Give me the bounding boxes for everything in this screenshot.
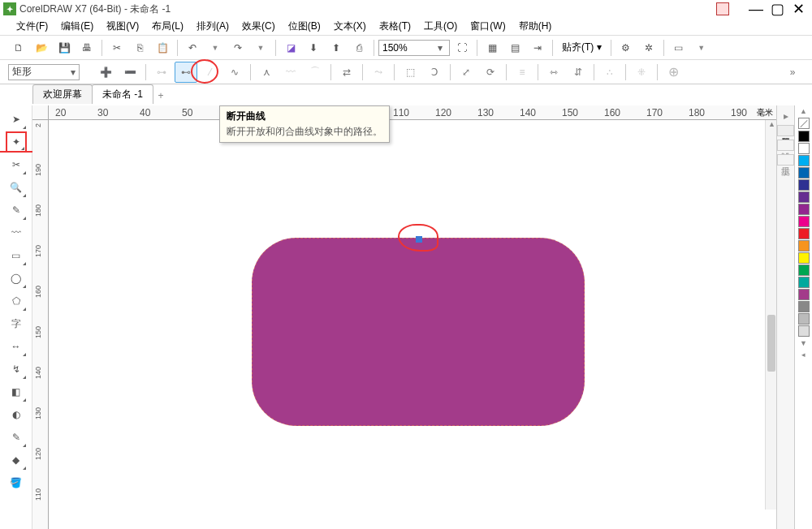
launch-icon[interactable]: ✲ (638, 37, 659, 58)
menu-view[interactable]: 视图(V) (102, 18, 144, 35)
tab-add-button[interactable]: + (153, 88, 169, 104)
menu-window[interactable]: 窗口(W) (465, 18, 510, 35)
print-icon[interactable]: 🖶 (76, 37, 97, 58)
new-icon[interactable]: 🗋 (8, 37, 29, 58)
reduce-nodes-icon[interactable]: ⊕ (662, 62, 685, 83)
symmetric-node-icon[interactable]: ⌒ (304, 62, 326, 83)
ruler-horizontal[interactable]: 2030405060709010011012013014015016017018… (32, 105, 776, 120)
color-swatch[interactable] (798, 264, 810, 276)
to-curve-icon[interactable]: ∿ (223, 62, 246, 83)
color-swatch[interactable] (798, 240, 810, 252)
show-grid-icon[interactable]: ▤ (504, 37, 525, 58)
docker-guidelines[interactable]: 辅助线 (777, 140, 794, 151)
color-swatch[interactable] (798, 167, 810, 178)
menu-file[interactable]: 文件(F) (11, 18, 53, 35)
show-rulers-icon[interactable]: ▦ (482, 37, 503, 58)
color-swatch[interactable] (798, 155, 810, 166)
transparency-tool-icon[interactable]: ◐ (6, 404, 27, 425)
color-swatch[interactable] (798, 204, 810, 215)
add-node-icon[interactable]: ➕ (94, 62, 117, 83)
close-curve-icon[interactable]: Ɔ (423, 62, 446, 83)
color-swatch[interactable] (798, 325, 810, 337)
pick-tool-icon[interactable]: ➤ (6, 109, 27, 130)
menu-table[interactable]: 表格(T) (374, 18, 416, 35)
align-nodes-icon[interactable]: ≡ (511, 62, 533, 83)
save-icon[interactable]: 💾 (54, 37, 75, 58)
menu-arrange[interactable]: 排列(A) (192, 18, 234, 35)
open-icon[interactable]: 📂 (31, 37, 52, 58)
delete-node-icon[interactable]: ➖ (119, 62, 141, 83)
shape-tool-icon[interactable]: ✦ (6, 131, 27, 153)
selected-node[interactable] (416, 236, 422, 243)
menu-bitmap[interactable]: 位图(B) (283, 18, 326, 35)
search-content-icon[interactable]: ◪ (280, 37, 301, 58)
zoom-combo[interactable]: 150% ▾ (378, 40, 450, 56)
color-swatch[interactable] (798, 216, 810, 227)
redo-drop-icon[interactable]: ▼ (250, 37, 271, 58)
shape-preset-combo[interactable]: 矩形 ▾ (8, 64, 80, 80)
minimize-button[interactable]: — (745, 1, 767, 17)
color-swatch[interactable] (798, 301, 810, 312)
select-all-nodes-icon[interactable]: ⁜ (630, 62, 653, 83)
extend-curve-icon[interactable]: ⤳ (367, 62, 390, 83)
color-swatch[interactable] (798, 228, 810, 239)
user-badge-icon[interactable] (716, 2, 729, 15)
export-icon[interactable]: ⬆ (326, 37, 347, 58)
app-launcher-icon[interactable]: ▭ (668, 37, 689, 58)
to-line-icon[interactable]: ∕ (199, 62, 222, 83)
rounded-rectangle-shape[interactable] (252, 238, 585, 426)
connector-tool-icon[interactable]: ↯ (6, 359, 27, 380)
elastic-mode-icon[interactable]: ∴ (598, 62, 621, 83)
app-drop-icon[interactable]: ▼ (691, 37, 712, 58)
rotate-nodes-icon[interactable]: ⟳ (479, 62, 502, 83)
color-swatch[interactable] (798, 289, 810, 300)
cusp-node-icon[interactable]: ⋏ (255, 62, 278, 83)
options-icon[interactable]: ⚙ (615, 37, 637, 58)
cut-icon[interactable]: ✂ (106, 37, 127, 58)
toolbar-overflow-icon[interactable]: » (781, 62, 804, 83)
eyedropper-tool-icon[interactable]: ✎ (6, 427, 27, 448)
text-tool-icon[interactable]: 字 (6, 313, 27, 334)
menu-effects[interactable]: 效果(C) (237, 18, 280, 35)
drawing-canvas[interactable] (49, 120, 776, 529)
copy-icon[interactable]: ⎘ (129, 37, 150, 58)
snap-dropdown[interactable]: 贴齐(T) ▾ (557, 41, 607, 54)
show-guides-icon[interactable]: ⇥ (527, 37, 548, 58)
swatch-none[interactable] (798, 118, 810, 129)
color-swatch[interactable] (798, 277, 810, 288)
menu-tools[interactable]: 工具(O) (419, 18, 462, 35)
menu-layout[interactable]: 布局(L) (147, 18, 188, 35)
paste-icon[interactable]: 📋 (152, 37, 173, 58)
maximize-button[interactable]: ▢ (767, 1, 788, 17)
full-screen-icon[interactable]: ⛶ (451, 37, 473, 58)
color-swatch[interactable] (798, 252, 810, 264)
ellipse-tool-icon[interactable]: ◯ (6, 268, 27, 289)
undo-drop-icon[interactable]: ▼ (205, 37, 226, 58)
scrollbar-thumb[interactable] (767, 315, 775, 372)
color-swatch[interactable] (798, 143, 810, 154)
reflect-v-icon[interactable]: ⇵ (567, 62, 590, 83)
menu-help[interactable]: 帮助(H) (514, 18, 557, 35)
import-icon[interactable]: ⬇ (303, 37, 324, 58)
freehand-tool-icon[interactable]: ✎ (6, 200, 27, 221)
vertical-scrollbar[interactable]: ▲ (765, 120, 776, 510)
zoom-tool-icon[interactable]: 🔍 (6, 177, 27, 198)
join-nodes-icon[interactable]: ⊶ (150, 62, 173, 83)
reverse-direction-icon[interactable]: ⇄ (335, 62, 358, 83)
docker-object-properties[interactable]: 对象属性 (777, 125, 794, 136)
color-swatch[interactable] (798, 179, 810, 191)
parallel-dim-icon[interactable]: ↔ (6, 336, 27, 357)
smart-fill-icon[interactable]: 🪣 (6, 472, 27, 493)
artistic-media-icon[interactable]: 〰 (6, 222, 27, 243)
stretch-nodes-icon[interactable]: ⤢ (455, 62, 477, 83)
drop-shadow-icon[interactable]: ◧ (6, 381, 27, 402)
tab-document[interactable]: 未命名 -1 (92, 84, 153, 104)
color-swatch[interactable] (798, 313, 810, 325)
polygon-tool-icon[interactable]: ⬠ (6, 290, 27, 312)
redo-icon[interactable]: ↷ (227, 37, 248, 58)
reflect-h-icon[interactable]: ⇿ (542, 62, 565, 83)
crop-tool-icon[interactable]: ✂ (6, 154, 27, 175)
docker-hints[interactable]: 提示 (777, 154, 794, 166)
publish-pdf-icon[interactable]: ⎙ (348, 37, 369, 58)
menu-text[interactable]: 文本(X) (329, 18, 371, 35)
